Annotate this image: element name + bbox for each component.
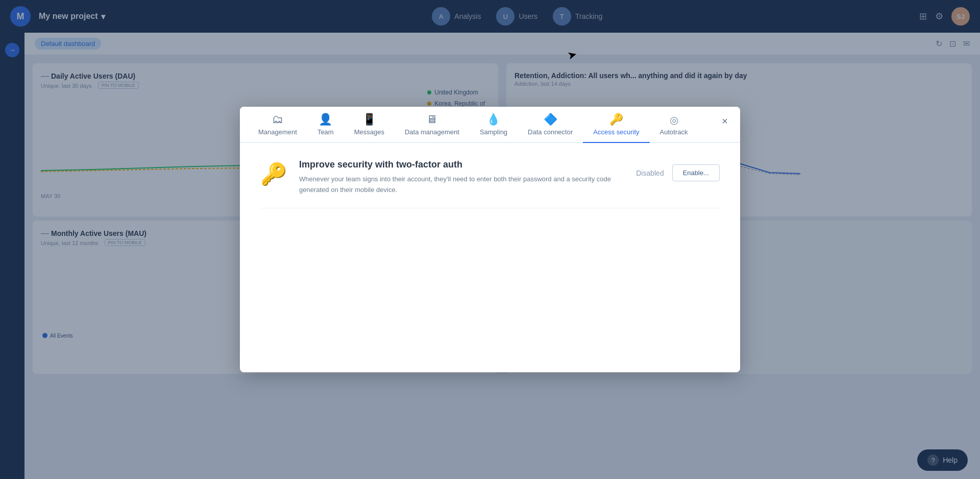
tab-autotrack[interactable]: ◎ Autotrack <box>650 108 698 143</box>
twofa-title: Improve security with two-factor auth <box>299 159 624 170</box>
autotrack-icon: ◎ <box>670 115 678 125</box>
tab-data-connector[interactable]: 🔷 Data connector <box>518 107 583 143</box>
tab-data-connector-label: Data connector <box>528 128 573 136</box>
twofa-actions: Disabled Enable... <box>636 164 720 181</box>
twofa-key-icon: 🔑 <box>260 161 287 186</box>
access-security-icon: 🔑 <box>609 114 623 125</box>
twofa-text: Improve security with two-factor auth Wh… <box>299 159 624 196</box>
twofa-description: Whenever your team signs into their acco… <box>299 174 624 196</box>
tab-data-management[interactable]: 🖥 Data management <box>395 107 470 143</box>
tab-management[interactable]: 🗂 Management <box>248 107 307 143</box>
tab-data-management-label: Data management <box>405 128 459 136</box>
data-connector-icon: 🔷 <box>544 114 557 125</box>
messages-icon: 📱 <box>362 114 376 125</box>
sampling-icon: 💧 <box>486 114 500 125</box>
modal-body: 🔑 Improve security with two-factor auth … <box>240 143 740 372</box>
twofa-enable-button[interactable]: Enable... <box>672 164 720 181</box>
team-icon: 👤 <box>318 114 332 125</box>
tab-team-label: Team <box>317 128 334 136</box>
twofa-section: 🔑 Improve security with two-factor auth … <box>260 159 720 208</box>
tab-messages[interactable]: 📱 Messages <box>344 107 395 143</box>
modal-close-button[interactable]: × <box>718 114 732 128</box>
tab-management-label: Management <box>258 128 297 136</box>
tab-messages-label: Messages <box>354 128 384 136</box>
tab-sampling[interactable]: 💧 Sampling <box>470 107 518 143</box>
settings-modal: × 🗂 Management 👤 Team 📱 Messages 🖥 Data … <box>240 107 740 372</box>
tab-access-security-label: Access security <box>593 128 639 136</box>
tab-team[interactable]: 👤 Team <box>307 107 344 143</box>
tab-sampling-label: Sampling <box>480 128 507 136</box>
management-icon: 🗂 <box>272 114 283 125</box>
tab-autotrack-label: Autotrack <box>660 128 688 136</box>
modal-tabs: 🗂 Management 👤 Team 📱 Messages 🖥 Data ma… <box>240 107 740 143</box>
data-management-icon: 🖥 <box>426 114 437 125</box>
twofa-status: Disabled <box>636 169 664 177</box>
modal-overlay[interactable]: × 🗂 Management 👤 Team 📱 Messages 🖥 Data … <box>0 0 980 479</box>
tab-access-security[interactable]: 🔑 Access security <box>583 107 649 143</box>
